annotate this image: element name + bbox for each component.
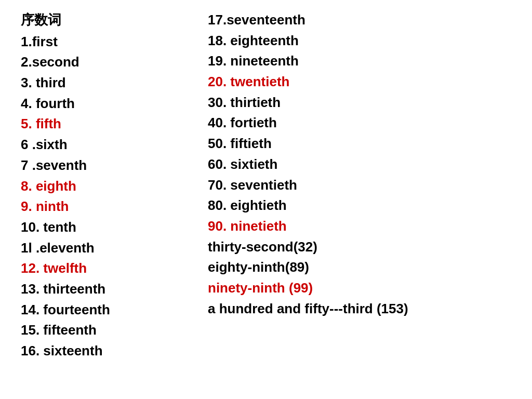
right-item-6: 40. fortieth xyxy=(208,113,416,133)
left-item-3: 3. third xyxy=(21,73,177,93)
right-item-4: 20. twentieth xyxy=(208,72,416,92)
right-item-13: eighty-ninth(89) xyxy=(208,258,416,277)
right-item-10: 80. eightieth xyxy=(208,196,416,216)
left-item-4: 4. fourth xyxy=(21,94,177,114)
left-item-10: 10. tenth xyxy=(21,218,177,237)
left-item-2: 2.second xyxy=(21,52,177,72)
right-item-8: 60. sixtieth xyxy=(208,155,416,175)
left-item-16: 16. sixteenth xyxy=(21,341,177,361)
right-item-15: a hundred and fifty---third (153) xyxy=(208,299,416,319)
column-title: 序数词 xyxy=(21,10,177,30)
right-item-11: 90. ninetieth xyxy=(208,217,416,236)
right-item-9: 70. seventieth xyxy=(208,176,416,195)
left-item-6: 6 .sixth xyxy=(21,135,177,155)
right-item-7: 50. fiftieth xyxy=(208,134,416,154)
right-item-12: thirty-second(32) xyxy=(208,237,416,257)
left-item-13: 13. thirteenth xyxy=(21,280,177,299)
right-item-2: 18. eighteenth xyxy=(208,31,416,51)
main-content: 序数词 1.first2.second3. third4. fourth5. f… xyxy=(21,10,511,361)
left-item-15: 15. fifteenth xyxy=(21,321,177,340)
left-item-9: 9. ninth xyxy=(21,197,177,217)
left-item-7: 7 .seventh xyxy=(21,156,177,176)
right-column: 17.seventeenth18. eighteenth19. nineteen… xyxy=(208,10,416,318)
left-item-14: 14. fourteenth xyxy=(21,300,177,320)
left-item-8: 8. eighth xyxy=(21,177,177,196)
right-item-5: 30. thirtieth xyxy=(208,93,416,113)
right-item-3: 19. nineteenth xyxy=(208,51,416,71)
left-item-11: 1l .eleventh xyxy=(21,238,177,258)
left-item-5: 5. fifth xyxy=(21,114,177,134)
left-item-12: 12. twelfth xyxy=(21,259,177,278)
right-item-14: ninety-ninth (99) xyxy=(208,278,416,298)
left-item-1: 1.first xyxy=(21,32,177,52)
right-item-1: 17.seventeenth xyxy=(208,10,416,30)
left-column: 序数词 1.first2.second3. third4. fourth5. f… xyxy=(21,10,177,361)
